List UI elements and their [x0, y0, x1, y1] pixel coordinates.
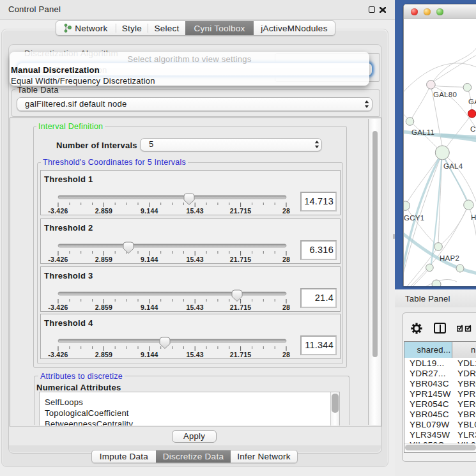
svg-text:21.715: 21.715 — [230, 303, 252, 311]
svg-text:15.43: 15.43 — [186, 351, 204, 358]
svg-text:2.859: 2.859 — [95, 303, 113, 311]
svg-text:28: 28 — [282, 207, 290, 215]
svg-text:15.43: 15.43 — [186, 207, 204, 215]
svg-text:9.144: 9.144 — [141, 256, 158, 263]
svg-text:H: H — [471, 213, 476, 221]
svg-text:2.859: 2.859 — [95, 207, 113, 215]
svg-text:9.144: 9.144 — [141, 303, 158, 311]
svg-text:-3.426: -3.426 — [48, 256, 68, 263]
svg-text:15.43: 15.43 — [186, 256, 204, 263]
svg-text:2.859: 2.859 — [95, 351, 113, 358]
svg-text:28: 28 — [282, 351, 290, 358]
svg-text:-3.426: -3.426 — [48, 303, 68, 311]
svg-text:C: C — [470, 125, 476, 133]
svg-text:HAP2: HAP2 — [440, 254, 459, 262]
svg-text:9.144: 9.144 — [141, 207, 158, 215]
svg-text:21.715: 21.715 — [230, 351, 252, 358]
svg-text:GAL4: GAL4 — [443, 162, 463, 170]
svg-text:28: 28 — [282, 256, 290, 263]
svg-text:GAL80: GAL80 — [433, 91, 457, 98]
svg-text:2.859: 2.859 — [95, 256, 113, 263]
svg-text:-3.426: -3.426 — [48, 351, 68, 358]
svg-text:GCY1: GCY1 — [404, 214, 424, 222]
svg-text:-3.426: -3.426 — [48, 207, 68, 215]
svg-text:15.43: 15.43 — [186, 303, 204, 311]
svg-text:28: 28 — [282, 303, 290, 311]
svg-text:GAL11: GAL11 — [411, 128, 434, 136]
svg-text:21.715: 21.715 — [230, 207, 252, 215]
svg-text:21.715: 21.715 — [230, 256, 252, 263]
svg-text:GA: GA — [468, 98, 476, 105]
svg-text:9.144: 9.144 — [141, 351, 158, 358]
